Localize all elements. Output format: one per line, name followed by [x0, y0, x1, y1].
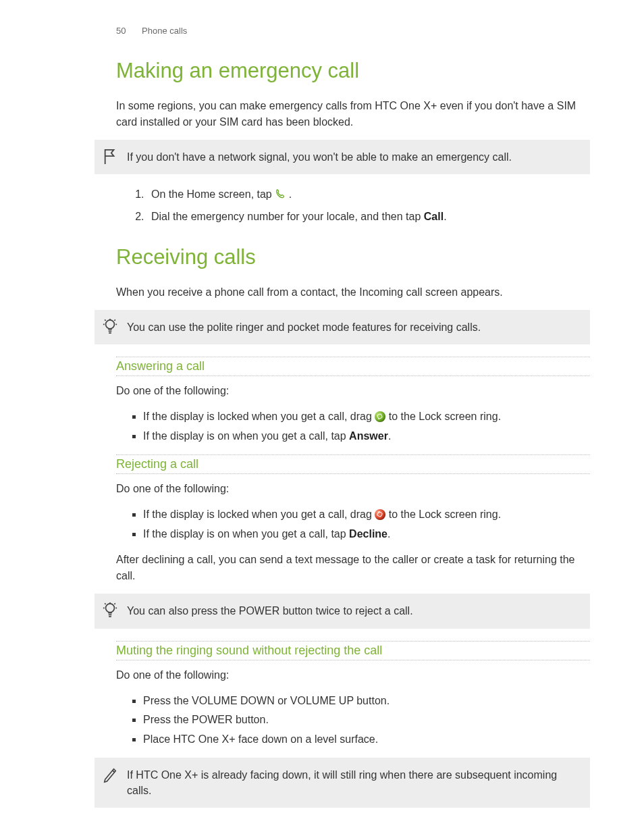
tip-text: You can use the polite ringer and pocket… — [127, 321, 481, 333]
heading-emergency: Making an emergency call — [116, 59, 590, 83]
bullet-item: If the display is on when you get a call… — [143, 526, 590, 543]
bullet-text: If the display is locked when you get a … — [143, 411, 375, 422]
note-text: If you don't have a network signal, you … — [127, 151, 512, 163]
subheading-answering: Answering a call — [116, 357, 590, 376]
bullet-list: If the display is locked when you get a … — [128, 409, 590, 445]
paragraph: After declining a call, you can send a t… — [116, 552, 590, 584]
step-text: Dial the emergency number for your local… — [151, 211, 424, 222]
bullet-text: to the Lock screen ring. — [389, 509, 501, 520]
step-text: On the Home screen, tap — [151, 188, 275, 200]
lead-text: Do one of the following: — [116, 481, 590, 497]
document-page: 50 Phone calls Making an emergency call … — [0, 0, 644, 834]
bullet-item: Place HTC One X+ face down on a level su… — [143, 731, 590, 748]
note-callout: If HTC One X+ is already facing down, it… — [95, 758, 590, 808]
svg-point-1 — [106, 604, 115, 613]
step-text: . — [444, 211, 446, 222]
page-header: 50 Phone calls — [116, 26, 590, 36]
bullet-list: If the display is locked when you get a … — [128, 506, 590, 543]
bullet-item: Press the POWER button. — [143, 712, 590, 729]
bullet-text: . — [388, 430, 391, 442]
bullet-item: If the display is locked when you get a … — [143, 506, 590, 523]
tip-callout: You can use the polite ringer and pocket… — [95, 310, 590, 344]
lead-text: Do one of the following: — [116, 667, 590, 683]
page-number: 50 — [116, 26, 126, 36]
step-text: . — [289, 188, 292, 200]
subheading-muting: Muting the ringing sound without rejecti… — [116, 641, 590, 660]
phone-icon — [275, 188, 286, 205]
keyword-decline: Decline — [349, 528, 387, 540]
steps-list: On the Home screen, tap . Dial the emerg… — [128, 186, 590, 226]
heading-receiving: Receiving calls — [116, 245, 590, 269]
lightbulb-icon — [103, 602, 117, 619]
bullet-item: If the display is locked when you get a … — [143, 409, 590, 425]
step-item: On the Home screen, tap . — [147, 186, 590, 205]
subsection-wrap: Rejecting a call — [116, 454, 590, 474]
paragraph: In some regions, you can make emergency … — [116, 98, 590, 130]
bullet-text: If the display is on when you get a call… — [143, 528, 349, 540]
pencil-icon — [103, 766, 117, 783]
paragraph: When you receive a phone call from a con… — [116, 284, 590, 301]
phone-green-icon — [375, 411, 385, 422]
bullet-list: Press the VOLUME DOWN or VOLUME UP butto… — [128, 693, 590, 748]
bullet-item: If the display is on when you get a call… — [143, 428, 590, 445]
bullet-text: If the display is locked when you get a … — [143, 509, 375, 520]
bullet-item: Press the VOLUME DOWN or VOLUME UP butto… — [143, 693, 590, 710]
subsection-wrap: Muting the ringing sound without rejecti… — [116, 641, 590, 660]
lightbulb-icon — [103, 318, 117, 336]
bullet-text: . — [387, 528, 390, 540]
tip-text: You can also press the POWER button twic… — [127, 605, 413, 617]
bullet-text: to the Lock screen ring. — [389, 411, 501, 422]
section-name: Phone calls — [142, 26, 187, 36]
bullet-text: If the display is on when you get a call… — [143, 430, 349, 442]
keyword-answer: Answer — [349, 430, 388, 442]
flag-icon — [103, 148, 117, 165]
svg-point-0 — [106, 320, 115, 329]
tip-callout: You can also press the POWER button twic… — [95, 594, 590, 628]
keyword-call: Call — [424, 211, 444, 222]
note-text: If HTC One X+ is already facing down, it… — [127, 769, 557, 796]
note-flag: If you don't have a network signal, you … — [95, 140, 590, 174]
phone-red-icon — [375, 509, 385, 520]
subheading-rejecting: Rejecting a call — [116, 454, 590, 474]
lead-text: Do one of the following: — [116, 383, 590, 399]
step-item: Dial the emergency number for your local… — [147, 209, 590, 226]
subsection-wrap: Answering a call — [116, 357, 590, 376]
